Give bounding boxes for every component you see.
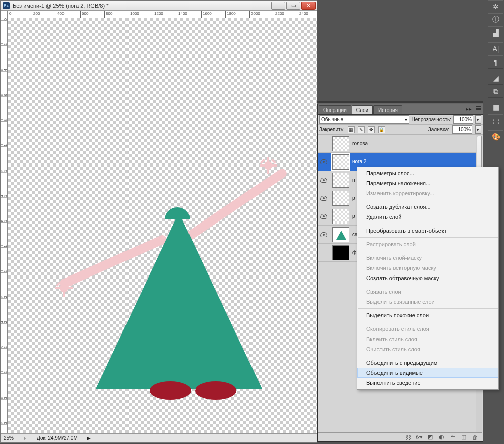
menu-item[interactable]: Создать обтравочную маску — [357, 273, 498, 283]
svg-rect-12 — [56, 282, 61, 287]
svg-rect-10 — [55, 287, 61, 289]
ruler-vertical[interactable]: 0200400600800100012001400160018002000220… — [1, 18, 8, 433]
paragraph-icon[interactable]: ¶ — [488, 56, 503, 69]
ruler-tick: 2800 — [1, 371, 8, 374]
navigator-icon[interactable]: ✲ — [488, 0, 503, 13]
maximize-button[interactable]: ▭ — [286, 2, 300, 10]
layer-name[interactable]: р — [352, 213, 355, 219]
fill-input[interactable]: 100% — [452, 125, 472, 134]
doc-info[interactable]: Док: 24,9M/27,0M — [37, 435, 78, 441]
layer-mask-icon[interactable]: ◩ — [427, 434, 434, 441]
menu-item: Связать слои — [357, 287, 498, 297]
panel-collapse-icon[interactable]: ▸▸ — [466, 106, 472, 113]
menu-item[interactable]: Выделить похожие слои — [357, 310, 498, 320]
swatches-icon[interactable]: ▦ — [488, 101, 503, 114]
tab-actions[interactable]: Операции — [319, 105, 351, 114]
layer-name[interactable]: нога 2 — [352, 159, 366, 164]
menu-item[interactable]: Параметры слоя... — [357, 168, 498, 178]
tab-layers[interactable]: Слои — [352, 105, 373, 114]
ruler-tick: 0 — [1, 18, 8, 21]
layer-context-menu[interactable]: Параметры слоя...Параметры наложения...И… — [357, 166, 499, 390]
layer-thumbnail[interactable] — [332, 245, 349, 260]
opacity-flyout-icon[interactable]: ▸ — [475, 115, 481, 124]
ruler-tick: 1000 — [129, 11, 139, 18]
visibility-toggle[interactable] — [318, 135, 329, 152]
visibility-toggle[interactable] — [318, 226, 329, 243]
ruler-origin[interactable] — [1, 11, 8, 18]
lock-transparency-icon[interactable]: ▦ — [348, 126, 355, 133]
minimize-button[interactable]: — — [271, 2, 285, 10]
visibility-toggle[interactable] — [318, 171, 329, 189]
ruler-tick: 1200 — [153, 11, 163, 18]
layer-thumbnail[interactable] — [332, 209, 349, 224]
close-button[interactable]: ✕ — [301, 2, 316, 10]
lock-all-icon[interactable]: 🔒 — [378, 126, 385, 133]
menu-item: Растрировать слой — [357, 239, 498, 249]
menu-separator — [358, 224, 498, 224]
ruler-tick: 3000 — [1, 397, 8, 399]
layer-thumbnail[interactable] — [332, 227, 349, 242]
character-icon[interactable]: A| — [488, 42, 503, 56]
styles-icon[interactable]: ⬚ — [488, 114, 503, 127]
layer-thumbnail[interactable] — [332, 154, 349, 170]
ruler-horizontal[interactable]: 0200400600800100012001400160018002000220… — [8, 11, 317, 18]
foot-shape — [195, 381, 236, 400]
layer-style-icon[interactable]: fx▾ — [416, 434, 423, 441]
menu-item[interactable]: Преобразовать в смарт-объект — [357, 226, 498, 236]
lock-position-icon[interactable]: ✥ — [368, 126, 375, 133]
link-layers-icon[interactable]: ⛓ — [405, 434, 412, 441]
layer-name[interactable]: голова — [352, 141, 368, 146]
opacity-input[interactable]: 100% — [453, 115, 473, 124]
ruler-tick: 1600 — [201, 11, 212, 18]
eye-icon — [320, 232, 327, 237]
new-group-icon[interactable]: 🗀 — [449, 434, 456, 441]
ruler-tick: 2000 — [1, 270, 8, 273]
layer-name[interactable]: н — [352, 177, 355, 183]
hand-shape — [260, 157, 277, 174]
clone-source-icon[interactable]: ⧉ — [488, 85, 503, 98]
visibility-toggle[interactable] — [318, 189, 329, 207]
menu-item[interactable]: Объединить с предыдущим — [357, 358, 498, 368]
lock-fill-row: Закрепить: ▦ ✎ ✥ 🔒 Заливка: 100% ▸ — [318, 125, 483, 135]
layer-name[interactable]: ф — [352, 250, 356, 255]
layer-thumbnail[interactable] — [332, 136, 349, 151]
info-icon[interactable]: ⓘ — [488, 13, 503, 26]
fill-flyout-icon[interactable]: ▸ — [475, 125, 481, 134]
lock-pixels-icon[interactable]: ✎ — [358, 126, 365, 133]
eye-icon — [320, 159, 327, 164]
blend-mode-select[interactable]: Обычные ▾ — [319, 115, 409, 124]
visibility-toggle[interactable] — [318, 244, 329, 261]
svg-rect-5 — [260, 159, 265, 164]
status-bar: 25% ⏵ Док: 24,9M/27,0M ▶ — [1, 433, 317, 442]
menu-item[interactable]: Параметры наложения... — [357, 178, 498, 188]
panel-menu-icon[interactable] — [476, 106, 481, 110]
menu-item[interactable]: Удалить слой — [357, 212, 498, 222]
ruler-tick: 200 — [32, 11, 40, 18]
adjustment-layer-icon[interactable]: ◐ — [438, 434, 445, 441]
ruler-tick: 1400 — [177, 11, 187, 18]
canvas[interactable] — [8, 18, 317, 433]
color-icon[interactable]: 🎨 — [488, 130, 503, 143]
layer-row[interactable]: голова — [318, 135, 482, 153]
chevron-right-icon[interactable]: ▶ — [87, 435, 91, 441]
menu-item[interactable]: Выполнить сведение — [357, 378, 498, 388]
blend-opacity-row: Обычные ▾ Непрозрачность: 100% ▸ — [318, 115, 483, 125]
layer-name[interactable]: р — [352, 195, 355, 201]
titlebar[interactable]: Ps Без имени-1 @ 25% (нога 2, RGB/8) * —… — [1, 1, 317, 11]
histogram-icon[interactable]: ▟ — [488, 26, 503, 39]
menu-separator — [358, 308, 498, 309]
chevron-icon[interactable]: ⏵ — [23, 435, 28, 441]
delete-layer-icon[interactable]: 🗑 — [471, 434, 478, 441]
lock-label: Закрепить: — [319, 127, 345, 132]
zoom-level[interactable]: 25% — [4, 435, 14, 441]
menu-item[interactable]: Объединить видимые — [357, 368, 498, 378]
visibility-toggle[interactable] — [318, 207, 329, 225]
tab-history[interactable]: История — [373, 105, 402, 114]
new-layer-icon[interactable]: ◫ — [460, 434, 467, 441]
brush-icon[interactable]: ◢ — [488, 72, 503, 85]
visibility-toggle[interactable] — [318, 153, 329, 171]
menu-item[interactable]: Создать дубликат слоя... — [357, 202, 498, 212]
ruler-tick: 400 — [1, 69, 8, 71]
layer-thumbnail[interactable] — [332, 173, 349, 188]
layer-thumbnail[interactable] — [332, 191, 349, 206]
